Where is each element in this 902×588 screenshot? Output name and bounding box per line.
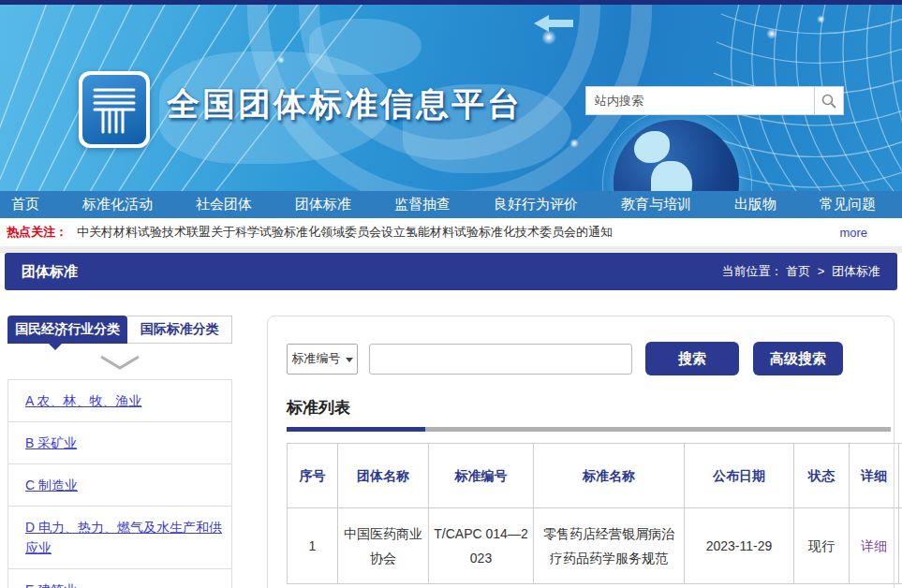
category-link-c[interactable]: C 制造业 — [25, 478, 78, 492]
breadcrumb-current: 团体标准 — [832, 264, 880, 278]
category-link-e[interactable]: E 建筑业 — [25, 582, 77, 588]
nav-social-organizations[interactable]: 社会团体 — [196, 196, 252, 213]
site-search-button[interactable] — [814, 87, 843, 114]
advanced-search-button[interactable]: 高级搜索 — [753, 342, 843, 375]
nav-faq[interactable]: 常见问题 — [820, 196, 876, 213]
chevron-down-icon — [99, 355, 140, 370]
search-field-selected: 标准编号 — [292, 350, 341, 367]
col-standard-code: 标准编号 — [429, 444, 534, 508]
table-row: 1 中国医药商业协会 T/CAPC 014—2023 零售药店经营银屑病治疗药品… — [288, 508, 902, 584]
list-item: D 电力、热力、燃气及水生产和供应业 — [8, 507, 231, 569]
search-button[interactable]: 搜索 — [645, 342, 739, 375]
list-item: A 农、林、牧、渔业 — [8, 380, 231, 422]
col-status: 状态 — [794, 444, 850, 508]
breadcrumb-separator: > — [818, 264, 825, 278]
nav-good-practice[interactable]: 良好行为评价 — [494, 196, 578, 213]
page-title-bar: 团体标准 当前位置： 首页 > 团体标准 — [5, 253, 897, 290]
cell-status: 现行 — [794, 508, 850, 584]
page-title: 团体标准 — [22, 263, 78, 281]
nav-group-standards[interactable]: 团体标准 — [295, 196, 351, 213]
col-publish-date: 公布日期 — [685, 444, 794, 508]
logo-icon — [82, 75, 146, 144]
page: 全国团体标准信息平台 首页 标准化活动 社会团体 团体标准 监督抽查 良好行为评… — [0, 0, 902, 588]
table-header-row: 序号 团体名称 标准编号 标准名称 公布日期 状态 详细 购买信息 — [288, 444, 902, 508]
search-icon — [821, 94, 836, 109]
hot-topics-bar: 热点关注： 中关村材料试验技术联盟关于科学试验标准化领域委员会设立氢能材料试验标… — [0, 218, 902, 246]
globe-graphic — [614, 120, 739, 191]
cell-publish-date: 2023-11-29 — [685, 508, 794, 584]
cell-standard-code: T/CAPC 014—2023 — [429, 508, 534, 584]
tab-international-classification[interactable]: 国际标准分类 — [127, 316, 232, 344]
col-organization: 团体名称 — [338, 444, 429, 508]
main-nav: 首页 标准化活动 社会团体 团体标准 监督抽查 良好行为评价 教育与培训 出版物… — [0, 191, 902, 218]
chevron-down-icon — [346, 358, 353, 362]
hot-topics-label: 热点关注： — [7, 224, 67, 241]
list-item: B 采矿业 — [8, 422, 231, 464]
cell-organization: 中国医药商业协会 — [338, 508, 429, 584]
standard-search-input[interactable] — [369, 344, 632, 375]
nav-supervision[interactable]: 监督抽查 — [394, 196, 451, 213]
standards-panel: 标准编号 搜索 高级搜索 标准列表 序号 团体名称 标准编号 标准名称 公布日期 — [267, 316, 895, 588]
col-detail: 详细 — [850, 444, 899, 508]
nav-standardization-activities[interactable]: 标准化活动 — [82, 196, 153, 213]
breadcrumb-home-link[interactable]: 首页 — [786, 264, 810, 278]
more-link[interactable]: more — [839, 226, 867, 240]
col-index: 序号 — [288, 444, 338, 508]
list-item: C 制造业 — [8, 464, 231, 507]
category-tabs: 国民经济行业分类 国际标准分类 — [7, 316, 232, 344]
category-sidebar: 国民经济行业分类 国际标准分类 A 农、林、牧、渔业 B 采矿业 C 制造业 D… — [7, 316, 232, 588]
list-item: E 建筑业 — [8, 569, 231, 588]
search-field-select[interactable]: 标准编号 — [287, 344, 358, 375]
list-title: 标准列表 — [287, 397, 894, 419]
cell-standard-name: 零售药店经营银屑病治疗药品药学服务规范 — [534, 508, 685, 584]
category-link-b[interactable]: B 采矿业 — [25, 435, 77, 450]
detail-link[interactable]: 详细 — [861, 538, 887, 553]
site-banner: 全国团体标准信息平台 — [0, 0, 902, 191]
site-search — [585, 86, 844, 115]
breadcrumb-label: 当前位置： — [722, 264, 783, 278]
standards-search-row: 标准编号 搜索 高级搜索 — [287, 342, 894, 375]
standards-table: 序号 团体名称 标准编号 标准名称 公布日期 状态 详细 购买信息 1 中国医药… — [287, 443, 902, 584]
hot-topic-link[interactable]: 中关村材料试验技术联盟关于科学试验标准化领域委员会设立氢能材料试验标准化技术委员… — [77, 224, 613, 241]
category-list: A 农、林、牧、渔业 B 采矿业 C 制造业 D 电力、热力、燃气及水生产和供应… — [7, 379, 232, 588]
breadcrumb: 当前位置： 首页 > 团体标准 — [722, 263, 880, 280]
nav-publications[interactable]: 出版物 — [734, 196, 776, 213]
site-search-input[interactable] — [586, 87, 814, 114]
arrow-decoration — [534, 15, 549, 32]
nav-home[interactable]: 首页 — [11, 196, 39, 213]
cell-purchase-info: 不可出售 — [899, 508, 902, 584]
list-title-underline — [287, 427, 891, 432]
cell-index: 1 — [288, 508, 338, 584]
col-standard-name: 标准名称 — [534, 444, 685, 508]
category-link-d[interactable]: D 电力、热力、燃气及水生产和供应业 — [25, 520, 222, 555]
site-title: 全国团体标准信息平台 — [167, 82, 523, 126]
category-link-a[interactable]: A 农、林、牧、渔业 — [25, 393, 141, 408]
content-area: 国民经济行业分类 国际标准分类 A 农、林、牧、渔业 B 采矿业 C 制造业 D… — [0, 316, 902, 588]
tab-national-economy-classification[interactable]: 国民经济行业分类 — [7, 316, 127, 344]
col-purchase-info: 购买信息 — [899, 444, 902, 508]
site-logo[interactable] — [79, 71, 150, 148]
divider — [0, 246, 902, 253]
nav-education-training[interactable]: 教育与培训 — [621, 196, 691, 213]
